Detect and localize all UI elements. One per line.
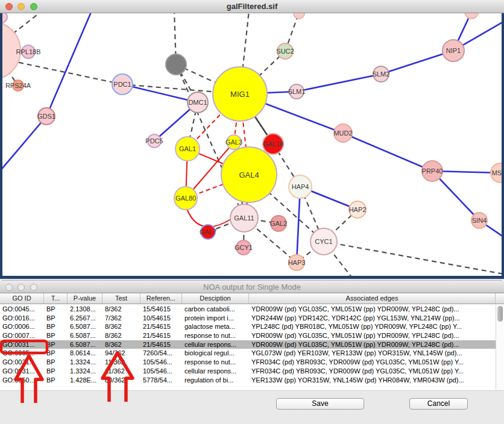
network-node-label: HAP2 [349, 206, 367, 213]
table-cell: protein import i... [182, 314, 249, 323]
noa-titlebar: NOA output for Single Mode [0, 280, 504, 293]
network-edge [297, 74, 381, 92]
table-cell: 6.5087... [68, 340, 102, 349]
table-cell: YFR034C (pd) YBR093C, YDR009W (pd) YGL03… [249, 367, 496, 376]
network-node-label: GAL1 [179, 145, 196, 152]
column-header-1[interactable]: T... [44, 293, 68, 304]
column-header-2[interactable]: P-value [68, 293, 102, 304]
network-node-label: GAL11 [234, 214, 254, 222]
table-cell: YDR244W (pp) YDR142C, YDR142C (pp) YGL15… [249, 314, 496, 323]
table-header-corner [496, 293, 504, 304]
network-node-label: GAL80 [175, 195, 196, 202]
table-cell: YGL073W (pd) YER103W, YER133W (pp) YOR31… [249, 349, 496, 358]
table-row[interactable]: GO:0050...BP1.428E...80/3625778/54...reg… [0, 376, 496, 385]
table-body: GO:0045...BP2.1308...8/36215/54615carbon… [0, 305, 496, 390]
table-cell: YDR009W (pd) YGL035C, YML051W (pp) YDR00… [249, 331, 496, 340]
table-cell: response to nut... [182, 358, 249, 367]
network-node[interactable] [2, 13, 7, 23]
table-cell: GO:0016... [0, 314, 44, 323]
network-node-label: CYC1 [315, 238, 332, 245]
table-row[interactable]: GO:0031...BP1.3324...11/362105/546...cel… [0, 367, 496, 376]
table-cell: GO:0031... [0, 340, 44, 349]
table-cell: 11/362 [102, 367, 140, 376]
column-header-5[interactable]: Desciption [182, 293, 249, 304]
network-node-label: GAL4 [239, 170, 259, 179]
table-cell: GO:0031... [0, 367, 44, 376]
network-node-label: GDS1 [37, 113, 55, 120]
table-cell: 1.428E... [68, 376, 102, 385]
network-node[interactable] [465, 13, 478, 19]
network-canvas[interactable]: RPL18BRPS24AGDS1PDC1DMC1MIG1SUC2SLM1SLM2… [0, 13, 504, 279]
table-cell: BP [44, 331, 68, 340]
table-cell: 8/362 [102, 340, 140, 349]
network-node-label: GCY1 [235, 244, 253, 251]
network-node-label: HAP3 [288, 259, 306, 266]
table-cell: GO:0031... [0, 358, 44, 367]
table-cell: 1.3324... [68, 367, 102, 376]
table-cell: BP [44, 322, 68, 331]
network-node[interactable] [166, 54, 186, 75]
network-edge [324, 242, 502, 276]
column-header-6[interactable]: Associated edges [249, 293, 496, 304]
network-node-label: GAL3 [225, 139, 242, 146]
table-row[interactable]: GO:0031...BP1.3324...11/362105/546...res… [0, 358, 496, 367]
table-row[interactable]: GO:0031...BP6.5087...8/36221/54615cellul… [0, 340, 496, 349]
network-canvas-svg: RPL18BRPS24AGDS1PDC1DMC1MIG1SUC2SLM1SLM2… [2, 13, 502, 276]
network-node-label: PRP40 [422, 167, 443, 175]
table-cell: GO:0007... [0, 331, 44, 340]
noa-output-window: NOA output for Single Mode GO IDT...P-va… [0, 280, 504, 424]
column-header-3[interactable]: Test [102, 293, 140, 304]
table-cell: 8/362 [102, 322, 140, 331]
network-window-title: galFiltered.sif [0, 2, 504, 11]
table-cell: GO:0006... [0, 322, 44, 331]
cancel-button[interactable]: Cancel [409, 398, 468, 410]
table-cell: BP [44, 314, 68, 323]
network-node-label: HAP4 [292, 183, 309, 190]
table-cell: BP [44, 305, 68, 314]
table-cell: 6.2567... [68, 314, 102, 323]
table-row[interactable]: GO:0007...BP6.5087...8/36221/54615respon… [0, 331, 496, 340]
network-node-label: GAL7 [200, 228, 216, 235]
scrollbar-thumb[interactable] [497, 306, 503, 322]
table-cell: carbon cataboli... [182, 305, 249, 314]
table-cell: 15/54615 [140, 305, 182, 314]
table-cell: 105/546... [140, 367, 182, 376]
table-cell: GO:0050... [0, 376, 44, 385]
table-cell: 10/54615 [140, 314, 182, 323]
table-cell: YER133W (pp) YOR315W, YNL145W (pd) YHR08… [249, 376, 496, 385]
table-cell: 7/362 [102, 314, 140, 323]
table-cell: YFR034C (pd) YBR093C, YDR009W (pd) YGL03… [249, 358, 496, 367]
table-cell: 21/54615 [140, 331, 182, 340]
table-cell: 21/54615 [140, 340, 182, 349]
network-node-label: DMC1 [188, 99, 207, 106]
network-edge [46, 13, 92, 116]
table-cell: cellular respons... [182, 340, 249, 349]
network-node-label: NIP1 [446, 47, 461, 54]
vertical-scrollbar[interactable] [496, 305, 504, 390]
table-row[interactable]: GO:0045...BP2.1308...8/36215/54615carbon… [0, 305, 496, 314]
column-header-4[interactable]: Referen... [140, 293, 182, 304]
network-node[interactable] [294, 13, 304, 19]
network-node-label: SLM2 [373, 70, 390, 78]
table-cell: YPL248C (pd) YBR018C, YML051W (pp) YDR00… [249, 322, 496, 331]
table-cell: 8/362 [102, 305, 140, 314]
table-header: GO IDT...P-valueTestReferen...Desciption… [0, 293, 496, 304]
column-header-0[interactable]: GO ID [0, 293, 44, 304]
table-row[interactable]: GO:0065...BP8.0614...94/3627260/54...bio… [0, 349, 496, 358]
network-node-label: RPL18B [16, 48, 41, 55]
network-node-label: PDC5 [145, 137, 163, 145]
network-node-label: SIN4 [472, 217, 487, 224]
table-row[interactable]: GO:0016...BP6.2567...7/36210/54615protei… [0, 314, 496, 323]
network-node-label: SUC2 [276, 48, 294, 55]
network-node-label: RPS24A [5, 82, 31, 89]
table-cell: YDR009W (pd) YGL035C, YML051W (pp) YDR00… [249, 305, 496, 314]
table-cell: 2.1308... [68, 305, 102, 314]
footer: Save Cancel [0, 390, 504, 424]
table-cell: 94/362 [102, 349, 140, 358]
network-node-label: SLM1 [288, 88, 306, 95]
table-cell: 5778/54... [140, 376, 182, 385]
table-row[interactable]: GO:0006...BP6.5087...8/36221/54615galact… [0, 322, 496, 331]
save-button[interactable]: Save [276, 398, 364, 410]
table-cell: YDR009W (pd) YGL035C, YML051W (pp) YDR00… [249, 340, 496, 349]
table-cell: 6.5087... [68, 331, 102, 340]
